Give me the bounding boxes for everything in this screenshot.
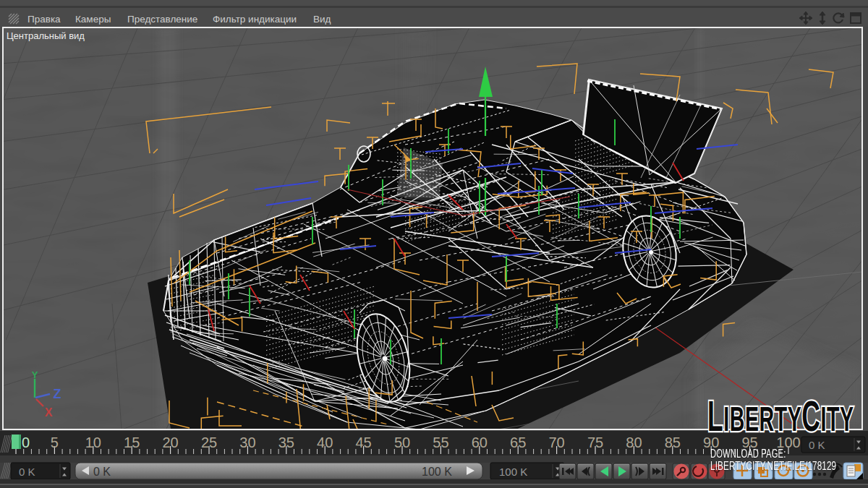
svg-text:20: 20 <box>162 435 178 450</box>
svg-text:0: 0 <box>22 435 30 450</box>
svg-text:5: 5 <box>51 435 59 450</box>
svg-text:25: 25 <box>201 435 217 450</box>
svg-text:80: 80 <box>626 435 642 450</box>
svg-text:85: 85 <box>665 435 681 450</box>
svg-text:45: 45 <box>355 435 371 450</box>
svg-text:15: 15 <box>124 435 140 450</box>
svg-text:50: 50 <box>394 435 410 450</box>
svg-text:10: 10 <box>85 435 101 450</box>
svg-text:60: 60 <box>472 435 488 450</box>
svg-text:55: 55 <box>433 435 448 450</box>
svg-text:75: 75 <box>587 435 603 450</box>
svg-text:35: 35 <box>278 435 294 450</box>
svg-text:70: 70 <box>548 435 564 450</box>
svg-text:30: 30 <box>239 435 255 450</box>
svg-text:40: 40 <box>317 435 333 450</box>
svg-text:0 K: 0 K <box>19 466 35 478</box>
svg-text:65: 65 <box>510 435 526 450</box>
svg-text:LIBERTYCITY: LIBERTYCITY <box>707 393 854 440</box>
svg-text:0 K: 0 K <box>93 466 111 478</box>
svg-text:100 K: 100 K <box>422 466 452 478</box>
svg-text:100 K: 100 K <box>499 466 527 478</box>
